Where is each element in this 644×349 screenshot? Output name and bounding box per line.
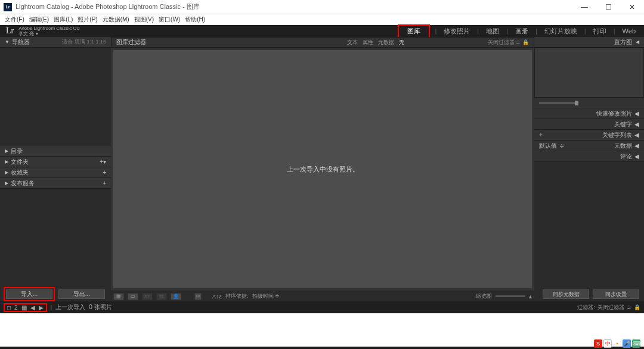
filmstrip-filter-value[interactable]: 关闭过滤器 [597, 304, 624, 311]
filmstrip-count: 0 张照片 [89, 303, 112, 311]
menu-view[interactable]: 视图(V) [132, 15, 156, 24]
filter-none[interactable]: 无 [399, 39, 404, 46]
menubar: 文件(F) 编辑(E) 图库(L) 照片(P) 元数据(M) 视图(V) 窗口(… [0, 14, 644, 25]
survey-view-icon[interactable]: ▤ [156, 293, 167, 300]
lr-logo: Lr [6, 26, 14, 36]
left-panel: ▼导航器 适合 填满 1:1 1:16 ▶目录 ▶文件夹+▾ ▶收藏夹+ ▶发布… [0, 37, 111, 301]
keywords-panel[interactable]: 关键字 ◀ [534, 119, 644, 130]
window-close[interactable]: ✕ [620, 0, 644, 14]
people-view-icon[interactable]: 👤 [171, 293, 181, 300]
navigator-preview [0, 48, 111, 146]
sync-settings-button[interactable]: 同步设置 [593, 289, 639, 299]
filmstrip-bar: □ 2 ▦ ◀ ▶ | 上一次导入 0 张照片 过滤器: 关闭过滤器 ≑ 🔒 [0, 301, 644, 313]
window-minimize[interactable]: — [572, 0, 596, 14]
folders-panel[interactable]: ▶文件夹+▾ [0, 157, 111, 167]
module-web[interactable]: Web [620, 26, 638, 36]
ime-keyboard-icon[interactable]: ⌨ [632, 339, 640, 348]
sogou-icon[interactable]: S [594, 339, 602, 348]
sort-dropdown[interactable]: 拍摄时间 ≑ [252, 292, 280, 300]
quick-develop-panel[interactable]: 快速修改照片 ◀ [534, 108, 644, 119]
right-panel: 直方图◀ 快速修改照片 ◀ 关键字 ◀ +关键字列表 ◀ 默认值≑元数据 ◀ 评… [534, 37, 644, 301]
loupe-view-icon[interactable]: ▭ [128, 293, 138, 300]
import-button[interactable]: 导入... [6, 289, 52, 299]
library-filter-bar[interactable]: 图库过滤器 文本 属性 元数据 无 关闭过滤器 ≑ 🔒 [111, 37, 534, 48]
toolbar-toggle-icon[interactable]: ▴ [529, 293, 532, 300]
go-forward-icon[interactable]: ▶ [39, 304, 44, 311]
ime-cn-icon[interactable]: 中 [603, 339, 612, 348]
histogram-slider-row[interactable] [534, 98, 644, 108]
ime-punct-icon[interactable]: • [613, 339, 621, 348]
filter-lock-icon[interactable]: 🔒 [634, 304, 640, 310]
grid-view: 上一次导入中没有照片。 [113, 50, 532, 288]
thumb-size-slider[interactable] [496, 295, 525, 297]
center-panel: 图库过滤器 文本 属性 元数据 无 关闭过滤器 ≑ 🔒 上一次导入中没有照片。 … [111, 37, 534, 301]
window-title: Lightroom Catalog - Adobe Photoshop Ligh… [16, 2, 200, 11]
app-header: Lr Adobe Lightroom Classic CC 李文 亮 ▾ 图库 … [0, 25, 644, 37]
menu-help[interactable]: 帮助(H) [182, 15, 208, 24]
window-maximize[interactable]: ☐ [596, 0, 620, 14]
menu-edit[interactable]: 编辑(E) [27, 15, 51, 24]
ime-mic-icon[interactable]: 🎤 [623, 339, 631, 348]
painter-icon[interactable]: ✑ [194, 293, 202, 300]
compare-view-icon[interactable]: XY [142, 293, 153, 300]
keywordlist-panel[interactable]: +关键字列表 ◀ [534, 130, 644, 141]
catalog-panel[interactable]: ▶目录 [0, 146, 111, 157]
menu-file[interactable]: 文件(F) [2, 15, 27, 24]
sort-label: 排序依据: [225, 292, 249, 300]
module-picker: 图库 | 修改照片 | 地图 | 画册 | 幻灯片放映 | 打印 | Web [398, 24, 638, 38]
menu-photo[interactable]: 照片(P) [75, 15, 100, 24]
navigator-header[interactable]: ▼导航器 适合 填满 1:1 1:16 [0, 37, 111, 48]
go-back-icon[interactable]: ◀ [30, 304, 35, 311]
module-map[interactable]: 地图 [484, 26, 501, 37]
window-titlebar: Lr Lightroom Catalog - Adobe Photoshop L… [0, 0, 644, 14]
histogram-display [534, 48, 644, 98]
filter-meta[interactable]: 元数据 [378, 39, 394, 46]
menu-metadata[interactable]: 元数据(M) [100, 15, 132, 24]
module-slideshow[interactable]: 幻灯片放映 [542, 26, 580, 37]
grid-view-icon[interactable]: ▦ [113, 293, 124, 300]
comments-panel[interactable]: 评论 ◀ [534, 151, 644, 162]
module-develop[interactable]: 修改照片 [441, 26, 472, 37]
app-icon: Lr [4, 3, 12, 11]
module-print[interactable]: 打印 [591, 26, 609, 37]
thumb-label: 缩览图 [476, 292, 492, 300]
publish-panel[interactable]: ▶发布服务+ [0, 178, 111, 189]
histogram-header[interactable]: 直方图◀ [534, 37, 644, 48]
filter-off-dropdown[interactable]: 关闭过滤器 ≑ 🔒 [488, 39, 529, 46]
sync-metadata-button[interactable]: 同步元数据 [543, 289, 589, 299]
sort-direction-icon[interactable]: A↕Z [212, 294, 222, 300]
filmstrip-filter-label: 过滤器: [577, 304, 595, 311]
grid-shortcut-icon[interactable]: ▦ [21, 304, 27, 311]
ime-indicator[interactable]: S 中 • 🎤 ⌨ [594, 339, 640, 348]
module-book[interactable]: 画册 [513, 26, 531, 37]
filter-attr[interactable]: 属性 [363, 39, 373, 46]
toolbar: ▦ ▭ XY ▤ 👤 ✑ A↕Z 排序依据: 拍摄时间 ≑ 缩览图 ▴ [111, 291, 534, 301]
empty-message: 上一次导入中没有照片。 [287, 165, 359, 174]
identity-plate[interactable]: Adobe Lightroom Classic CC 李文 亮 ▾ [18, 26, 80, 36]
main-window-icon[interactable]: □ [7, 304, 11, 311]
second-window-icon[interactable]: 2 [14, 304, 18, 311]
collections-panel[interactable]: ▶收藏夹+ [0, 167, 111, 178]
menu-window[interactable]: 窗口(W) [156, 15, 182, 24]
import-highlight: 导入... [4, 287, 55, 301]
menu-library[interactable]: 图库(L) [51, 15, 75, 24]
filter-text[interactable]: 文本 [347, 39, 358, 46]
filmstrip-breadcrumb[interactable]: 上一次导入 [55, 303, 85, 311]
metadata-panel[interactable]: 默认值≑元数据 ◀ [534, 141, 644, 151]
module-library[interactable]: 图库 [398, 24, 430, 38]
export-button[interactable]: 导出... [58, 289, 105, 299]
